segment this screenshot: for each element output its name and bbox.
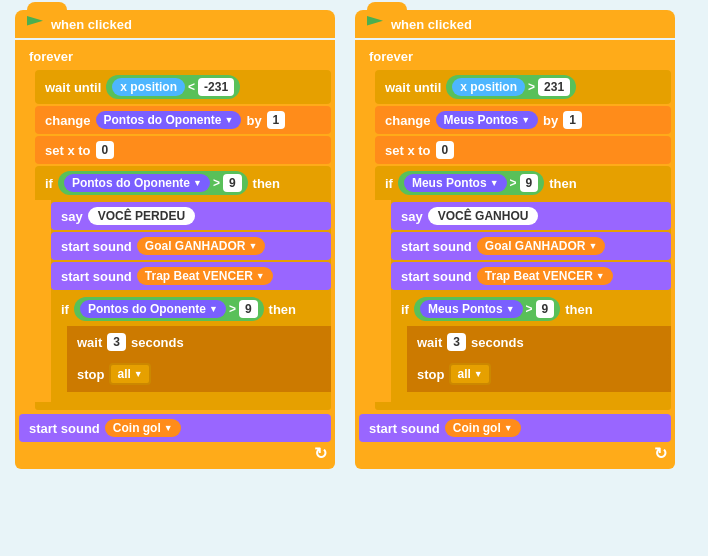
right-stop-dropdown[interactable]: all (449, 363, 490, 385)
right-if1-header: if Meus Pontos > 9 then (375, 166, 671, 200)
right-stop-block: stop all (407, 358, 671, 390)
left-if2-header: if Pontos do Oponente > 9 then (51, 292, 331, 326)
right-hat-block[interactable]: when clicked (355, 10, 675, 38)
left-if2-val: 9 (239, 300, 258, 318)
left-setx-block: set x to 0 (35, 136, 331, 164)
left-forever-block: forever (19, 44, 331, 68)
right-sound1-block: start sound Goal GANHADOR (391, 232, 671, 260)
left-repeat-arrow: ↻ (15, 444, 335, 463)
left-say-text: VOCÊ PERDEU (88, 207, 195, 225)
flag-icon (27, 16, 43, 32)
left-bottom-sound-name: Coin gol (105, 419, 181, 437)
left-wait-block: wait 3 seconds (67, 328, 331, 356)
right-wait-val: 3 (447, 333, 466, 351)
right-if2-header: if Meus Pontos > 9 then (391, 292, 671, 326)
right-by-val: 1 (563, 111, 582, 129)
left-say-block: say VOCÊ PERDEU (51, 202, 331, 230)
right-bottom-sound: start sound Coin gol (359, 414, 671, 442)
left-wait-val: 3 (107, 333, 126, 351)
right-if2-cond: Meus Pontos > 9 (414, 297, 560, 321)
left-sound2-name: Trap Beat VENCER (137, 267, 273, 285)
right-xval: 231 (538, 78, 570, 96)
left-hat-label: when clicked (51, 17, 132, 32)
right-script: when clicked forever wait until x positi… (355, 10, 675, 469)
right-if1-var: Meus Pontos (404, 174, 507, 192)
left-sound1-name: Goal GANHADOR (137, 237, 266, 255)
right-sound2-block: start sound Trap Beat VENCER (391, 262, 671, 290)
left-if2-container: if Pontos do Oponente > 9 then (51, 292, 331, 400)
right-flag-icon (367, 16, 383, 32)
left-if2-var: Pontos do Oponente (80, 300, 226, 318)
right-say-text: VOCÊ GANHOU (428, 207, 539, 225)
left-script: when clicked forever wait until x positi… (15, 10, 335, 469)
right-sound2-name: Trap Beat VENCER (477, 267, 613, 285)
right-repeat-arrow: ↻ (355, 444, 675, 463)
right-if2-var: Meus Pontos (420, 300, 523, 318)
left-if2-cond: Pontos do Oponente > 9 (74, 297, 264, 321)
left-if1-header: if Pontos do Oponente > 9 then (35, 166, 331, 200)
right-sound1-name: Goal GANHADOR (477, 237, 606, 255)
right-if1-container: if Meus Pontos > 9 then say VOCÊ GANHOU (375, 166, 671, 410)
left-xval: -231 (198, 78, 234, 96)
right-forever-block: forever (359, 44, 671, 68)
right-hat-label: when clicked (391, 17, 472, 32)
left-setx-val: 0 (96, 141, 115, 159)
right-if1-cond: Meus Pontos > 9 (398, 171, 544, 195)
left-sound1-block: start sound Goal GANHADOR (51, 232, 331, 260)
right-say-block: say VOCÊ GANHOU (391, 202, 671, 230)
left-xpos-pill: x position (112, 78, 185, 96)
right-condition1: x position > 231 (446, 75, 576, 99)
right-if2-container: if Meus Pontos > 9 then (391, 292, 671, 400)
left-hat-block[interactable]: when clicked (15, 10, 335, 38)
left-stop-block: stop all (67, 358, 331, 390)
left-stop-dropdown[interactable]: all (109, 363, 150, 385)
left-sound2-block: start sound Trap Beat VENCER (51, 262, 331, 290)
left-by-val: 1 (267, 111, 286, 129)
left-var1-pill: Pontos do Oponente (96, 111, 242, 129)
left-if1-var: Pontos do Oponente (64, 174, 210, 192)
right-change-block: change Meus Pontos by 1 (375, 106, 671, 134)
right-setx-block: set x to 0 (375, 136, 671, 164)
right-bottom-sound-name: Coin gol (445, 419, 521, 437)
right-wait-block: wait 3 seconds (407, 328, 671, 356)
left-bottom-sound: start sound Coin gol (19, 414, 331, 442)
right-var1-pill: Meus Pontos (436, 111, 539, 129)
left-condition1: x position < -231 (106, 75, 240, 99)
right-xpos-pill: x position (452, 78, 525, 96)
left-wait-until: wait until x position < -231 (35, 70, 331, 104)
left-if1-cond: Pontos do Oponente > 9 (58, 171, 248, 195)
right-if2-val: 9 (536, 300, 555, 318)
left-change-block: change Pontos do Oponente by 1 (35, 106, 331, 134)
left-if1-val: 9 (223, 174, 242, 192)
right-setx-val: 0 (436, 141, 455, 159)
left-if1-container: if Pontos do Oponente > 9 then say VOCÊ … (35, 166, 331, 410)
right-if1-val: 9 (520, 174, 539, 192)
right-wait-until: wait until x position > 231 (375, 70, 671, 104)
